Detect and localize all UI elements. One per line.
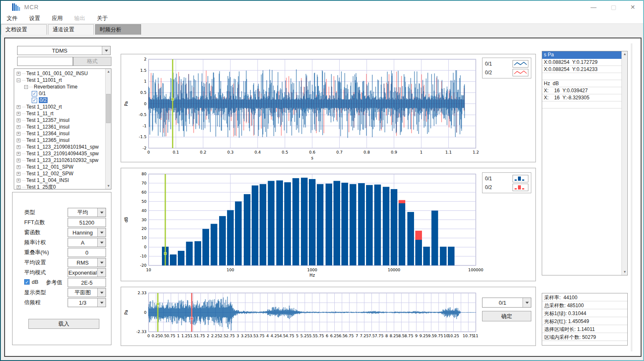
svg-text:0.8: 0.8 <box>364 150 370 154</box>
menu-item[interactable]: 关于 <box>91 13 114 23</box>
field-label: 窗函数 <box>24 229 40 236</box>
tree-item[interactable]: +Test 1_123_211026102932_spw <box>15 157 105 164</box>
time-waveform-chart[interactable]: 21.510.50-0.5-1-1.5-200.10.20.30.40.50.6… <box>121 54 536 162</box>
close-button[interactable]: ✕ <box>623 1 642 13</box>
format-input[interactable] <box>17 57 73 66</box>
tree-item-label: Test 1_12357_insul <box>26 117 69 123</box>
tree-item[interactable]: +Test 1_001_001_002_INSU <box>15 70 105 77</box>
field-label: 重叠率(%) <box>24 249 49 256</box>
chevron-down-icon[interactable] <box>97 288 106 297</box>
expand-icon[interactable]: + <box>17 119 20 122</box>
svg-text:60: 60 <box>141 190 146 194</box>
field-select[interactable]: RMS <box>68 258 106 267</box>
expand-icon[interactable]: + <box>17 172 20 176</box>
tree-item[interactable]: +Test 1_123_210914094435_spw <box>15 150 105 157</box>
menu-item[interactable]: 文件 <box>1 13 23 23</box>
expand-icon[interactable]: + <box>17 105 20 109</box>
tab[interactable]: 通道设置 <box>48 24 94 35</box>
cursor-panel-scrollbar[interactable]: ▲ ▼ <box>621 51 627 275</box>
tree-item[interactable]: +Test 1_11002_rt <box>15 104 105 110</box>
checkbox[interactable]: ✓ <box>32 98 37 103</box>
format-type-select[interactable]: TDMS <box>17 46 111 55</box>
tree-item[interactable]: ✓0/1 <box>15 90 105 97</box>
expand-icon[interactable]: + <box>17 112 20 116</box>
tree-scroll-thumb[interactable] <box>106 94 111 123</box>
minimize-button[interactable]: — <box>584 1 603 13</box>
chevron-down-icon[interactable] <box>97 208 106 217</box>
load-button[interactable]: 载入 <box>28 319 99 329</box>
expand-icon[interactable]: + <box>17 179 20 182</box>
expand-icon[interactable]: + <box>17 165 20 169</box>
checkbox[interactable]: ✓ <box>32 91 37 96</box>
field-select[interactable]: 平面图 <box>68 288 106 297</box>
field-select-value: 平均 <box>68 209 97 216</box>
expand-icon[interactable]: + <box>17 125 20 129</box>
field-select[interactable]: 1/3 <box>68 298 106 307</box>
field-input[interactable]: 0 <box>68 248 106 257</box>
chevron-down-icon[interactable] <box>97 228 106 237</box>
svg-text:4.5: 4.5 <box>279 333 285 338</box>
chevron-down-icon[interactable] <box>102 46 110 55</box>
scroll-up-icon[interactable]: ▲ <box>106 69 111 75</box>
tree-item[interactable]: +Test 1_25度0 <box>15 184 105 189</box>
svg-text:0.9: 0.9 <box>391 150 397 154</box>
channel-select[interactable]: 0/1 <box>482 298 531 308</box>
chevron-down-icon[interactable] <box>97 298 106 307</box>
field-select[interactable]: A <box>68 238 106 247</box>
db-checkbox[interactable]: ✓ <box>24 279 30 285</box>
confirm-button[interactable]: 确定 <box>482 311 531 321</box>
expand-icon[interactable]: + <box>17 152 20 156</box>
svg-text:-0.5: -0.5 <box>139 112 146 117</box>
tree-item-label: Test 1_123_211026102932_spw <box>26 157 98 163</box>
tree-item[interactable]: −Reverberation Time <box>15 83 105 90</box>
tree-item[interactable]: +Test 1_12361_insul <box>15 124 105 130</box>
expand-icon[interactable]: + <box>17 145 20 149</box>
expand-icon[interactable]: + <box>17 132 20 136</box>
menu-item[interactable]: 设置 <box>23 13 46 23</box>
expand-icon[interactable]: + <box>17 72 20 76</box>
cursor-panel-header[interactable]: s Pa <box>542 51 627 59</box>
field-select[interactable]: Hanning <box>68 228 106 237</box>
tree-item[interactable]: +Test 1_12_001_SPW <box>15 164 105 170</box>
legend-entry[interactable]: 0/1 <box>485 59 528 68</box>
tree-item[interactable]: +Test 1_12357_insul <box>15 117 105 124</box>
tab[interactable]: 文档设置 <box>1 24 47 35</box>
tree-item[interactable]: ✓0/2 <box>15 97 105 104</box>
chevron-down-icon[interactable] <box>97 258 106 267</box>
chevron-down-icon[interactable] <box>97 268 106 277</box>
collapse-icon[interactable]: − <box>24 85 28 89</box>
overview-waveform-chart[interactable]: 2.330-2.3300.250.50.7511.251.51.7522.252… <box>121 287 536 346</box>
expand-icon[interactable]: + <box>17 185 20 189</box>
tree-item[interactable]: +Test 1_12365_insul <box>15 137 105 144</box>
octave-spectrum-chart[interactable]: 80706050403020100-10-2010100100010000100… <box>121 168 536 281</box>
legend-entry[interactable]: 0/1 <box>485 174 528 183</box>
expand-icon[interactable]: + <box>17 139 20 142</box>
field-input[interactable]: 2E-5 <box>68 278 106 287</box>
expand-icon[interactable]: + <box>17 159 20 162</box>
field-select[interactable]: 平均 <box>68 208 106 217</box>
scroll-down-icon[interactable]: ▼ <box>106 183 111 189</box>
field-select[interactable]: Exponential <box>68 268 106 277</box>
legend-entry[interactable]: 0/2 <box>485 68 528 77</box>
tab[interactable]: 时频分析 <box>95 24 141 35</box>
tree-scrollbar[interactable]: ▲ ▼ <box>105 69 111 189</box>
format-button[interactable]: 格式 <box>73 57 111 66</box>
tree-item[interactable]: +Test 1_123_210908101941_spw <box>15 144 105 150</box>
tree-item[interactable]: +Test 1_12364_insul <box>15 130 105 137</box>
collapse-icon[interactable]: − <box>17 78 20 82</box>
chevron-down-icon[interactable] <box>523 298 531 307</box>
panel-divider <box>631 43 633 351</box>
svg-text:0.6: 0.6 <box>309 150 315 154</box>
scroll-up-icon[interactable]: ▲ <box>622 51 628 57</box>
maximize-button[interactable]: ▢ <box>604 1 623 13</box>
tree-item[interactable]: +Test 1_12_002_SPW <box>15 170 105 177</box>
scroll-down-icon[interactable]: ▼ <box>622 269 628 275</box>
menu-item[interactable]: 应用 <box>46 13 68 23</box>
tree-item[interactable]: +Test 1_1_004_INSI <box>15 177 105 184</box>
field-label: 类型 <box>24 209 35 216</box>
tree-item[interactable]: +Test 1_11_rt <box>15 110 105 117</box>
chevron-down-icon[interactable] <box>97 238 106 247</box>
legend-entry[interactable]: 0/2 <box>485 183 528 192</box>
tree-item[interactable]: −Test 1_11001_rt <box>15 77 105 83</box>
field-input[interactable]: 51200 <box>68 218 106 227</box>
